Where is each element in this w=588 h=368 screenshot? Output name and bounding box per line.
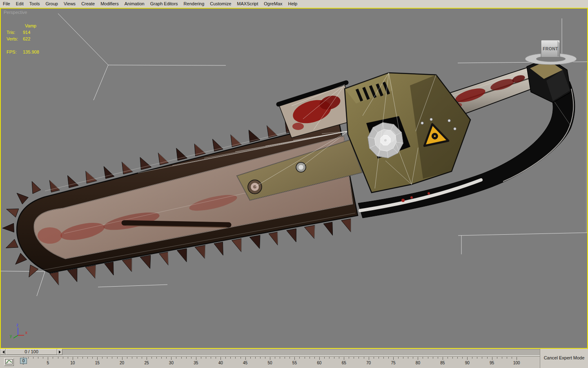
axis-y-label: y (10, 334, 12, 338)
time-slider-track[interactable] (0, 349, 540, 356)
ruler-label: 90 (465, 361, 470, 365)
object-name: Vamp (25, 23, 36, 28)
ruler-tick (132, 357, 132, 359)
ruler-tick (241, 357, 241, 359)
gear-housing (345, 73, 470, 193)
ruler-tick (156, 357, 157, 359)
ruler-tick (73, 357, 73, 360)
menu-item-ogremax[interactable]: OgreMax (261, 0, 285, 7)
ruler-tick (181, 357, 182, 359)
menu-item-file[interactable]: File (0, 0, 13, 7)
ruler-tick (117, 357, 118, 359)
menu-item-rendering[interactable]: Rendering (181, 0, 207, 7)
ruler-tick (220, 357, 221, 360)
ruler-tick (280, 357, 280, 359)
blade-slot (124, 223, 229, 225)
ruler-tick (211, 357, 211, 359)
ruler-tick (299, 357, 300, 359)
ruler-tick (369, 357, 369, 360)
ruler-label: 70 (366, 361, 371, 365)
ruler-tick (102, 357, 102, 359)
ruler-tick (418, 357, 418, 360)
ruler-tick (408, 357, 408, 359)
status-bar-right: Cancel Expert Mode (540, 349, 588, 368)
viewport-label[interactable]: Perspective (4, 10, 27, 15)
viewcube-face-label[interactable]: FRONT (543, 46, 558, 51)
ruler-tick (122, 357, 122, 360)
time-slider-thumb[interactable]: 0 / 100 (6, 349, 57, 355)
ruler-tick (324, 357, 325, 359)
time-slider[interactable]: 0 / 100 (0, 349, 540, 356)
viewport-perspective[interactable]: Perspective Vamp Tris: 914 Verts: 622 FP… (0, 8, 588, 349)
ruler-tick (423, 357, 423, 359)
menu-item-maxscript[interactable]: MAXScript (234, 0, 261, 7)
chainsaw-model[interactable] (2, 57, 575, 285)
ruler-label: 95 (490, 361, 494, 365)
viewport-canvas[interactable]: FRONT z y x (1, 9, 587, 348)
menu-item-tools[interactable]: Tools (27, 0, 43, 7)
fps-value: 135.908 (23, 49, 39, 54)
left-triangle-icon (1, 350, 4, 354)
ruler-tick (127, 357, 127, 359)
ruler-tick (393, 357, 394, 360)
menu-item-group[interactable]: Group (42, 0, 61, 7)
cancel-expert-mode-button[interactable]: Cancel Expert Mode (541, 355, 587, 360)
ruler-label: 80 (416, 361, 420, 365)
ruler-tick (38, 357, 38, 359)
current-frame-marker[interactable]: 0 (20, 358, 27, 364)
ruler-tick (462, 357, 463, 359)
ruler-tick (97, 357, 98, 360)
previous-frame-button[interactable] (0, 349, 6, 355)
viewcube-front-gizmo[interactable]: FRONT (525, 40, 577, 65)
ruler-tick (383, 357, 384, 359)
ruler-tick (482, 357, 482, 359)
ruler-tick (285, 357, 285, 359)
ruler-tick (161, 357, 162, 359)
ruler-tick (275, 357, 275, 359)
next-frame-button[interactable] (57, 349, 62, 355)
ruler-tick (92, 357, 93, 359)
ruler-tick (250, 357, 251, 359)
menu-item-create[interactable]: Create (78, 0, 98, 7)
ruler-label: 25 (144, 361, 149, 365)
ruler-label: 85 (440, 361, 445, 365)
ruler-tick (457, 357, 458, 359)
ruler-tick (48, 357, 48, 360)
menu-item-views[interactable]: Views (61, 0, 78, 7)
ruler-tick (58, 357, 58, 359)
ruler-tick (230, 357, 231, 359)
ruler-label: 15 (95, 361, 100, 365)
ruler-tick (53, 357, 53, 359)
menu-item-modifiers[interactable]: Modifiers (98, 0, 122, 7)
ruler-label: 50 (267, 361, 272, 365)
ruler-tick (260, 357, 261, 359)
curve-editor-icon (5, 359, 13, 364)
ruler-tick (472, 357, 472, 359)
open-mini-curve-editor-button[interactable] (4, 358, 14, 366)
ruler-tick (191, 357, 192, 359)
ruler-tick (354, 357, 354, 359)
ruler-tick (112, 357, 112, 359)
menu-item-customize[interactable]: Customize (207, 0, 234, 7)
ruler-tick (512, 357, 512, 359)
menu-item-help[interactable]: Help (285, 0, 301, 7)
track-bar[interactable]: 0510152025303540455055606570758085909510… (0, 356, 540, 368)
ruler-tick (245, 357, 246, 360)
ruler-tick (186, 357, 187, 359)
ruler-tick (294, 357, 295, 360)
ruler-label: 55 (292, 361, 297, 365)
ruler-tick (364, 357, 364, 359)
menu-item-animation[interactable]: Animation (122, 0, 147, 7)
ruler-tick (339, 357, 339, 359)
verts-label: Verts: (7, 36, 18, 41)
ruler-tick (235, 357, 236, 359)
ruler-tick (166, 357, 167, 359)
menu-item-graph-editors[interactable]: Graph Editors (147, 0, 181, 7)
ruler-tick (216, 357, 216, 359)
ruler-tick (107, 357, 107, 359)
ruler-tick (344, 357, 344, 360)
ruler-tick (413, 357, 413, 359)
ruler-tick (502, 357, 502, 359)
ruler-tick (319, 357, 320, 360)
menu-item-edit[interactable]: Edit (13, 0, 27, 7)
